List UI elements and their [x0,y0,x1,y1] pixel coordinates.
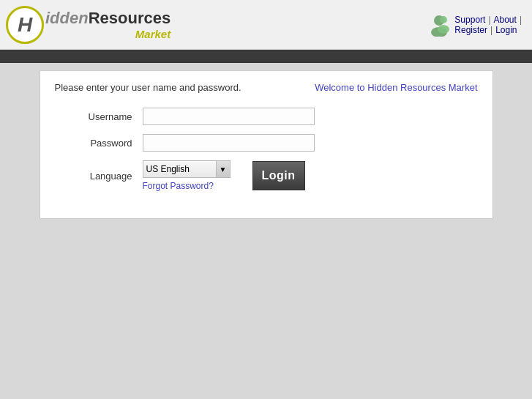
lang-select-wrapper: US English UK English French German Span… [143,160,231,178]
register-link[interactable]: Register [454,25,487,35]
login-card: Please enter your user name and password… [40,70,493,219]
logo-h-circle: H [6,6,44,44]
username-row: Username [70,108,478,125]
person-icon [428,13,450,37]
password-row: Password [70,134,478,152]
logo-area: H idden Resources Market [6,6,171,44]
logo-idden: idden [45,9,89,28]
logo: H idden Resources Market [6,6,171,44]
logo-text: idden Resources Market [45,9,171,40]
card-header: Please enter your user name and password… [55,82,478,93]
lang-dropdown-button[interactable]: ▼ [216,160,231,178]
dark-bar [0,50,532,63]
language-controls: US English UK English French German Span… [143,160,231,191]
main-wrapper: Please enter your user name and password… [0,63,532,399]
sep1: | [488,15,490,25]
language-select[interactable]: US English UK English French German Span… [143,160,216,178]
nav-links: Support | About | Register | Login [428,13,525,37]
password-input[interactable] [143,134,315,152]
login-button[interactable]: Login [252,161,305,190]
welcome-text: Welcome to Hidden Resources Market [315,82,477,93]
password-label: Password [70,138,143,149]
username-input[interactable] [143,108,315,125]
username-label: Username [70,111,143,122]
login-nav-link[interactable]: Login [495,25,517,35]
nav-bottom-row: Register | Login [454,25,525,35]
login-form: Username Password Language US English UK… [55,108,478,191]
sep3: | [490,25,492,35]
svg-point-2 [440,16,447,23]
logo-market: Market [135,28,171,40]
about-link[interactable]: About [494,15,517,25]
logo-resources: Resources [89,9,171,28]
nav-top-row: Support | About | [454,15,525,25]
language-row: Language US English UK English French Ge… [70,160,478,191]
sep2: | [520,15,522,25]
nav-link-group: Support | About | Register | Login [454,15,525,35]
forgot-password-link[interactable]: Forgot Password? [143,181,231,191]
support-link[interactable]: Support [454,15,485,25]
svg-point-3 [438,25,449,34]
header: H idden Resources Market Support | [0,0,532,50]
language-label: Language [70,171,143,182]
card-instruction: Please enter your user name and password… [55,82,241,93]
